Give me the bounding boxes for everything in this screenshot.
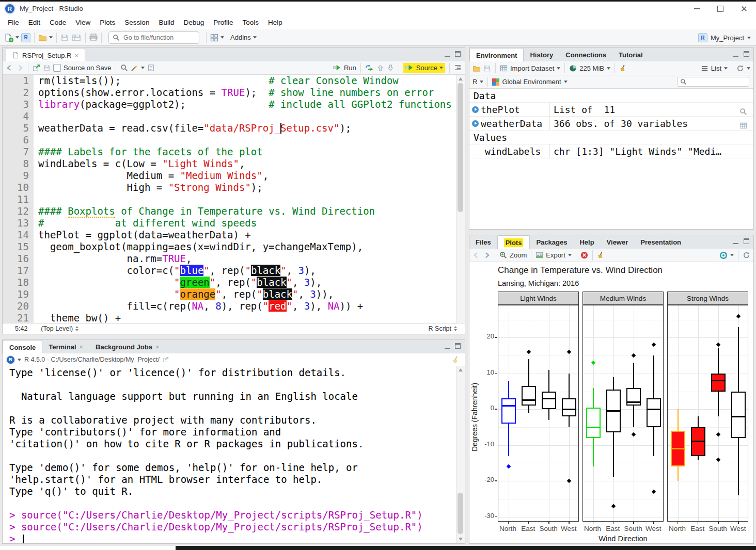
environment-row-windLabels[interactable]: windLabelschr [1:3] "Light Winds" "Medi…	[469, 144, 753, 158]
editor-maximize-icon[interactable]	[455, 51, 461, 57]
memory-usage-label[interactable]: 225 MiB	[579, 64, 604, 72]
close-tab-icon[interactable]	[80, 343, 84, 351]
console-scroll-down-icon[interactable]	[459, 538, 463, 541]
console-scrollbar[interactable]	[456, 366, 465, 543]
import-dataset-icon[interactable]	[500, 64, 508, 72]
show-in-new-window-icon[interactable]	[33, 64, 40, 72]
go-previous-chunk-icon[interactable]	[376, 64, 384, 72]
menu-code[interactable]: Code	[45, 17, 71, 28]
zoom-plot-icon[interactable]	[499, 251, 507, 259]
back-icon[interactable]	[6, 64, 13, 72]
console-maximize-icon[interactable]	[455, 343, 461, 349]
editor-tab-rsproj-setup[interactable]: RSProj_Setup.R	[6, 48, 85, 62]
plots-tab-presentation[interactable]: Presentation	[634, 236, 687, 249]
clear-plots-icon[interactable]	[597, 251, 605, 259]
console-minimize-icon[interactable]	[445, 348, 450, 349]
close-tab-icon[interactable]	[155, 343, 160, 351]
plots-tab-viewer[interactable]: Viewer	[601, 236, 635, 249]
scope-indicator[interactable]: (Top Level)	[41, 325, 73, 332]
export-plot-label[interactable]: Export	[546, 251, 565, 259]
code-tools-icon[interactable]	[131, 64, 138, 72]
close-button[interactable]	[732, 2, 756, 15]
compile-report-icon[interactable]	[147, 64, 155, 72]
next-plot-icon[interactable]	[483, 251, 491, 259]
refresh-plot-icon[interactable]	[743, 251, 750, 259]
plots-tab-help[interactable]: Help	[573, 236, 600, 249]
save-all-button[interactable]	[71, 33, 82, 42]
expand-object-icon[interactable]	[472, 106, 479, 113]
load-workspace-icon[interactable]	[472, 64, 481, 72]
menu-session[interactable]: Session	[120, 17, 154, 28]
expand-object-icon[interactable]	[472, 120, 479, 127]
publish-plot-icon[interactable]	[719, 251, 728, 260]
console-scroll-up-icon[interactable]	[459, 368, 463, 371]
import-dataset-label[interactable]: Import Dataset	[510, 64, 554, 72]
rerun-icon[interactable]	[365, 64, 374, 71]
minimize-button[interactable]	[685, 2, 708, 15]
source-on-save-checkbox[interactable]	[53, 64, 61, 72]
environment-tab-tutorial[interactable]: Tutorial	[612, 48, 649, 61]
new-project-button[interactable]: R	[21, 33, 30, 42]
editor-scrollbar[interactable]	[456, 75, 465, 323]
zoom-plot-label[interactable]: Zoom	[510, 251, 527, 259]
source-button[interactable]: Source	[403, 63, 445, 73]
run-button[interactable]: Run	[333, 64, 356, 72]
console-tab-terminal[interactable]: Terminal	[42, 341, 89, 353]
view-table-icon[interactable]	[739, 119, 747, 130]
open-file-caret-icon[interactable]	[49, 36, 53, 39]
refresh-caret-icon[interactable]	[747, 67, 750, 70]
scroll-up-icon[interactable]	[459, 77, 463, 80]
save-button[interactable]	[60, 33, 69, 42]
global-environment-caret-icon[interactable]	[564, 80, 568, 83]
goto-file-function-box[interactable]	[108, 31, 199, 44]
environment-search-box[interactable]	[677, 77, 749, 87]
maximize-button[interactable]	[708, 2, 732, 15]
workspace-panes-button[interactable]	[210, 33, 218, 42]
previous-plot-icon[interactable]	[472, 251, 480, 259]
export-caret-icon[interactable]	[568, 254, 572, 256]
environment-tab-environment[interactable]: Environment	[469, 48, 524, 62]
import-dataset-caret-icon[interactable]	[557, 67, 560, 70]
menu-build[interactable]: Build	[154, 17, 179, 28]
remove-plot-icon[interactable]	[580, 251, 588, 259]
save-workspace-icon[interactable]	[483, 64, 491, 72]
plots-minimize-icon[interactable]	[733, 243, 738, 244]
memory-caret-icon[interactable]	[607, 67, 610, 70]
list-view-caret-icon[interactable]	[724, 67, 728, 70]
editor-minimize-icon[interactable]	[445, 56, 450, 57]
document-outline-icon[interactable]	[454, 64, 462, 72]
addins-button[interactable]: Addins	[230, 34, 251, 41]
new-file-caret-icon[interactable]	[15, 36, 19, 39]
project-selector[interactable]: R My_Project	[698, 29, 751, 46]
inspect-object-icon[interactable]	[739, 105, 747, 116]
language-caret-icon[interactable]	[480, 80, 483, 83]
menu-view[interactable]: View	[71, 17, 95, 28]
refresh-environment-icon[interactable]	[736, 64, 744, 72]
print-button[interactable]	[89, 33, 98, 42]
save-source-icon[interactable]	[43, 64, 51, 72]
environment-tab-connections[interactable]: Connections	[559, 48, 612, 61]
menu-debug[interactable]: Debug	[179, 17, 209, 28]
environment-row-thePlot[interactable]: thePlotList of 11	[469, 103, 753, 117]
file-type-indicator[interactable]: R Script	[429, 325, 451, 332]
environment-tab-history[interactable]: History	[524, 48, 559, 61]
editor-tab-close-icon[interactable]	[74, 52, 78, 59]
clear-console-icon[interactable]	[452, 356, 460, 364]
go-next-chunk-icon[interactable]	[387, 64, 395, 72]
find-replace-icon[interactable]	[120, 64, 128, 72]
menu-profile[interactable]: Profile	[209, 17, 238, 28]
list-view-label[interactable]: List	[711, 64, 721, 72]
menu-help[interactable]: Help	[263, 17, 287, 28]
console-tab-console[interactable]: Console	[3, 340, 42, 354]
environment-minimize-icon[interactable]	[733, 56, 738, 57]
forward-icon[interactable]	[16, 64, 24, 72]
plots-maximize-icon[interactable]	[744, 238, 749, 244]
language-selector[interactable]: R	[472, 78, 477, 86]
menu-plots[interactable]: Plots	[95, 17, 120, 28]
open-file-button[interactable]	[38, 33, 47, 42]
export-plot-icon[interactable]	[536, 251, 543, 259]
r-version-caret-icon[interactable]	[18, 359, 21, 361]
plots-tab-files[interactable]: Files	[469, 236, 497, 249]
open-dir-icon[interactable]	[163, 357, 169, 363]
goto-file-function-input[interactable]	[122, 34, 186, 42]
